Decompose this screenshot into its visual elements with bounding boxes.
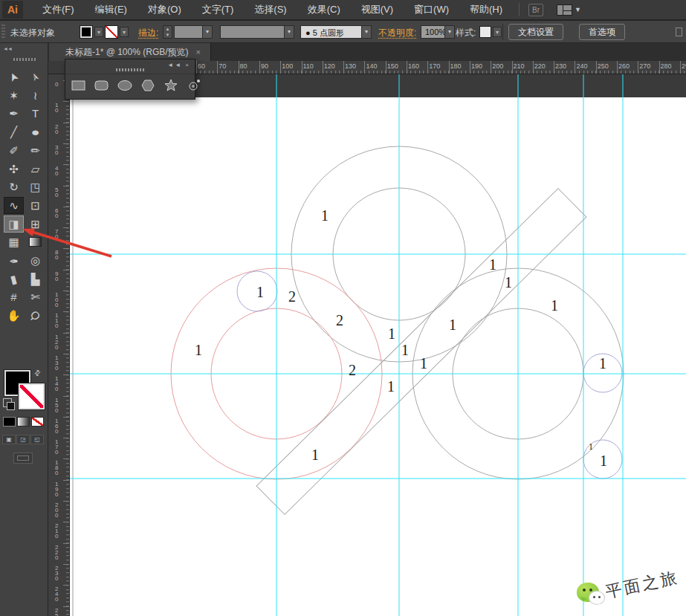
- pen-tool[interactable]: ✒: [4, 105, 24, 122]
- stroke-color-swatch[interactable]: [105, 25, 118, 39]
- opacity-select[interactable]: 100% ▾: [421, 25, 455, 39]
- none-button[interactable]: [31, 417, 44, 427]
- collapse-panel-icon[interactable]: ◄◄: [3, 46, 12, 51]
- stroke-dropdown-arrow[interactable]: ▾: [120, 27, 129, 37]
- perspective-grid-tool[interactable]: ⊞: [25, 215, 45, 233]
- blend-tool[interactable]: ◎: [25, 252, 45, 269]
- menu-item-6[interactable]: 视图(V): [351, 0, 404, 19]
- rotated-rectangle[interactable]: [256, 189, 586, 515]
- toolbar-stroke-swatch[interactable]: [19, 383, 45, 409]
- screen-mode-button[interactable]: [13, 453, 33, 464]
- free-transform-tool[interactable]: ⊡: [25, 197, 45, 214]
- artboard-tool[interactable]: #: [4, 288, 24, 305]
- direct-selection-tool[interactable]: ➢: [25, 68, 45, 85]
- default-fill-stroke-icon[interactable]: [3, 398, 12, 407]
- canvas-drawing[interactable]: 111122111121111111: [70, 74, 686, 616]
- preferences-button[interactable]: 首选项: [579, 24, 625, 40]
- selection-tool[interactable]: ➤: [4, 68, 24, 85]
- gradient-button[interactable]: [17, 417, 30, 427]
- ellipse-tool[interactable]: [117, 78, 133, 93]
- lasso-tool[interactable]: ≀: [25, 87, 45, 104]
- opacity-link[interactable]: 不透明度:: [378, 27, 416, 39]
- menu-item-8[interactable]: 帮助(H): [459, 0, 513, 19]
- workspace-switcher[interactable]: ▼: [557, 4, 581, 16]
- hand-tool[interactable]: ✋: [4, 307, 24, 324]
- ruler-tick: [63, 227, 69, 228]
- stroke-weight-select[interactable]: ▾: [174, 25, 213, 39]
- ruler-label: 160: [408, 62, 419, 70]
- fill-dropdown-arrow[interactable]: ▾: [94, 27, 103, 37]
- mesh-tool[interactable]: ▦: [4, 233, 24, 250]
- document-setup-button[interactable]: 文档设置: [508, 24, 563, 40]
- collapse-panel-icon[interactable]: ◄◄: [167, 62, 182, 68]
- toolbar-drag-handle[interactable]: [13, 58, 36, 61]
- panel-grip[interactable]: [1, 25, 5, 39]
- artboard-canvas[interactable]: 111122111121111111: [70, 74, 686, 616]
- brush-select[interactable]: ● 5 点圆形 ▾: [300, 25, 372, 39]
- type-tool[interactable]: T: [25, 105, 45, 122]
- color-button[interactable]: [3, 417, 16, 427]
- menu-item-5[interactable]: 效果(C): [297, 0, 351, 19]
- ruler-label: 1 2 0: [55, 334, 58, 350]
- eraser-tool[interactable]: ▱: [25, 161, 45, 178]
- rounded-rectangle-tool[interactable]: [94, 78, 110, 93]
- menu-item-1[interactable]: 编辑(E): [85, 0, 137, 19]
- close-tab-icon[interactable]: ×: [196, 48, 201, 56]
- scale-tool[interactable]: ◳: [25, 178, 45, 195]
- ruler-tick: [343, 61, 344, 74]
- stroke-weight-stepper[interactable]: ▲▼: [163, 25, 172, 39]
- menu-item-7[interactable]: 窗口(W): [404, 0, 459, 19]
- zoom-tool[interactable]: Ϙ: [25, 307, 45, 324]
- draw-behind-button[interactable]: ◲: [16, 435, 30, 444]
- pencil-tool[interactable]: ✏: [25, 142, 45, 159]
- stroke-link[interactable]: 描边:: [138, 27, 158, 39]
- ruler-label: 200: [492, 62, 503, 70]
- blob-brush-tool[interactable]: ✣: [4, 161, 24, 178]
- shape-count-label-1: 1: [489, 256, 496, 273]
- ruler-label: 290: [682, 62, 686, 70]
- ellipse-tool[interactable]: ●: [25, 123, 45, 140]
- menu-item-2[interactable]: 对象(O): [137, 0, 192, 19]
- ruler-label: 1 8 0: [55, 460, 58, 476]
- rectangle-tool[interactable]: [71, 78, 87, 93]
- shape-builder-tool[interactable]: ◨: [4, 215, 24, 233]
- menu-item-3[interactable]: 文字(T): [192, 0, 245, 19]
- fill-color-swatch[interactable]: [80, 25, 93, 39]
- ruler-tick: [63, 480, 69, 481]
- gradient-tool[interactable]: [25, 233, 45, 250]
- flare-tool[interactable]: [186, 78, 202, 93]
- menu-item-0[interactable]: 文件(F): [32, 0, 85, 19]
- panel-drag-handle[interactable]: [116, 68, 144, 71]
- draw-normal-button[interactable]: ▣: [2, 435, 16, 444]
- bridge-button[interactable]: Br: [528, 4, 543, 16]
- width-profile-select[interactable]: ▾: [220, 25, 294, 39]
- star-tool[interactable]: [163, 78, 179, 93]
- ruler-label: 110: [303, 62, 314, 70]
- style-swatch[interactable]: [479, 26, 491, 38]
- chevron-down-icon[interactable]: ▾: [202, 26, 212, 38]
- style-dropdown-arrow[interactable]: ▾: [493, 27, 502, 37]
- line-segment-tool[interactable]: ╱: [4, 123, 24, 140]
- shape-panel-header[interactable]: ◄◄ ×: [65, 59, 195, 74]
- polygon-tool[interactable]: [140, 78, 156, 93]
- chevron-down-icon[interactable]: ▾: [444, 26, 454, 38]
- menu-item-4[interactable]: 选择(S): [244, 0, 297, 19]
- swap-fill-stroke-icon[interactable]: ⇄: [32, 368, 42, 378]
- ruler-label: 1 4 0: [55, 376, 58, 392]
- chevron-down-icon[interactable]: ▾: [361, 26, 371, 38]
- vertical-ruler[interactable]: 01 02 03 04 05 06 07 08 09 01 0 01 1 01 …: [48, 74, 70, 616]
- chevron-down-icon[interactable]: ▾: [284, 26, 294, 38]
- shape-count-label-10: 2: [349, 362, 356, 378]
- magic-wand-tool[interactable]: ✶: [4, 87, 24, 104]
- close-panel-icon[interactable]: ×: [185, 62, 190, 68]
- slice-tool[interactable]: ✄: [25, 288, 45, 305]
- width-tool[interactable]: ∿: [4, 197, 24, 214]
- draw-inside-button[interactable]: ◱: [30, 435, 44, 444]
- paintbrush-tool[interactable]: ✐: [4, 142, 24, 159]
- column-graph-tool[interactable]: ▙: [25, 270, 45, 288]
- symbol-sprayer-tool[interactable]: ▮: [4, 270, 24, 288]
- rotate-tool[interactable]: ↻: [4, 178, 24, 195]
- eyedropper-tool[interactable]: ✒: [4, 252, 24, 269]
- panel-toggle-icon[interactable]: [676, 27, 682, 36]
- ruler-tick: [63, 354, 69, 354]
